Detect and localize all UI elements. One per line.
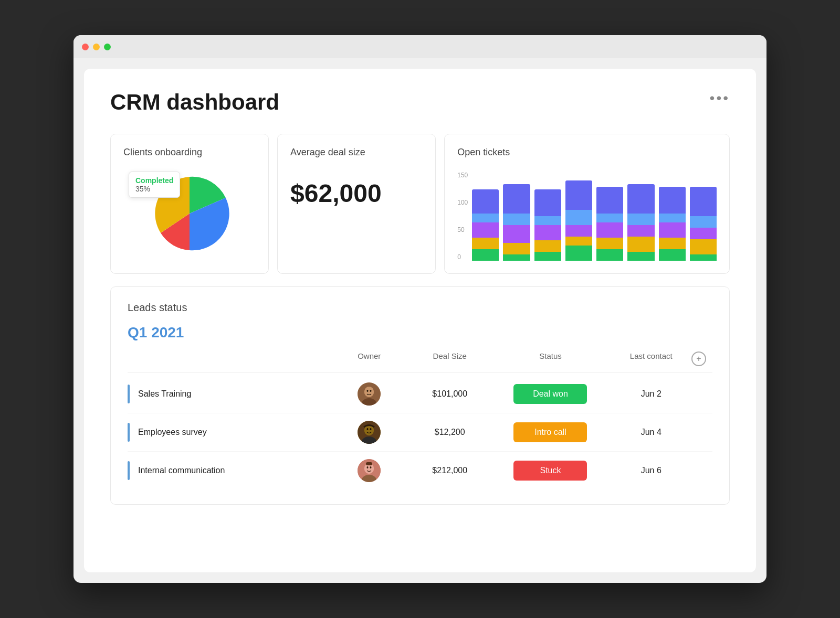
y-axis: 0 50 100 150: [457, 172, 468, 261]
avatar-2: [358, 421, 381, 444]
bar-chart-container: 0 50 100 150: [457, 166, 717, 261]
svg-point-11: [367, 428, 369, 430]
bar-group: [659, 172, 686, 261]
svg-point-5: [370, 390, 372, 392]
row-border: [128, 461, 130, 480]
open-tickets-card: Open tickets 0 50 100 150: [444, 134, 730, 274]
last-contact-3: Jun 6: [611, 466, 691, 475]
header-add: +: [691, 351, 712, 366]
more-options-button[interactable]: •••: [710, 90, 730, 106]
svg-point-12: [370, 428, 372, 430]
row-name-text-2: Employees survey: [138, 428, 207, 437]
row-name-1: Sales Training: [128, 385, 329, 403]
bar-group: [690, 172, 717, 261]
open-tickets-title: Open tickets: [457, 147, 717, 158]
status-badge-3: Stuck: [513, 461, 587, 481]
deal-size-1: $101,000: [410, 389, 490, 399]
quarter-label: Q1 2021: [128, 324, 712, 341]
deal-size-3: $212,000: [410, 466, 490, 475]
y-axis-label: 100: [457, 199, 468, 206]
header-owner: Owner: [329, 351, 410, 366]
traffic-lights: [82, 44, 111, 50]
bar-group: [534, 172, 561, 261]
status-cell-1: Deal won: [490, 384, 611, 404]
titlebar: [74, 35, 766, 58]
pie-tooltip: Completed 35%: [129, 172, 180, 198]
table-row: Sales Training: [128, 375, 712, 413]
pie-chart-container: Completed 35%: [123, 166, 256, 261]
row-border: [128, 423, 130, 442]
minimize-button[interactable]: [93, 44, 100, 50]
row-name-3: Internal communication: [128, 461, 329, 480]
clients-onboarding-title: Clients onboarding: [123, 147, 256, 158]
average-deal-size-card: Average deal size $62,000: [277, 134, 436, 274]
header-last-contact: Last contact: [611, 351, 691, 366]
deal-size-2: $12,200: [410, 428, 490, 437]
y-axis-label: 50: [457, 226, 468, 233]
y-axis-label: 0: [457, 253, 468, 261]
avatar-1: [358, 382, 381, 406]
page-title: CRM dashboard: [110, 90, 279, 115]
owner-cell-1: [329, 382, 410, 406]
add-column-button[interactable]: +: [691, 351, 706, 366]
page-header: CRM dashboard •••: [110, 90, 730, 115]
y-axis-label: 150: [457, 172, 468, 179]
last-contact-2: Jun 4: [611, 428, 691, 437]
owner-cell-3: [329, 459, 410, 482]
bar-group: [596, 172, 623, 261]
header-name: [128, 351, 329, 366]
last-contact-1: Jun 2: [611, 389, 691, 399]
leads-status-title: Leads status: [128, 302, 712, 314]
pie-tooltip-value: 35%: [135, 185, 173, 193]
status-badge-1: Deal won: [513, 384, 587, 404]
row-name-2: Employees survey: [128, 423, 329, 442]
row-border: [128, 385, 130, 403]
status-badge-2: Intro call: [513, 422, 587, 442]
header-deal-size: Deal Size: [410, 351, 490, 366]
average-deal-size-value: $62,000: [290, 179, 423, 208]
table-row: Employees survey: [128, 413, 712, 452]
row-name-text-3: Internal communication: [138, 466, 225, 475]
maximize-button[interactable]: [104, 44, 111, 50]
status-cell-2: Intro call: [490, 422, 611, 442]
top-cards-row: Clients onboarding Completed 35%: [110, 134, 730, 274]
bar-group: [503, 172, 530, 261]
svg-point-18: [370, 466, 372, 468]
table-header: Owner Deal Size Status Last contact +: [128, 351, 712, 373]
svg-point-3: [364, 387, 374, 397]
svg-rect-19: [366, 462, 372, 465]
app-window: CRM dashboard ••• Clients onboarding Com…: [74, 35, 766, 583]
clients-onboarding-card: Clients onboarding Completed 35%: [110, 134, 269, 274]
bar-group: [472, 172, 499, 261]
table-row: Internal communication: [128, 452, 712, 489]
main-content: CRM dashboard ••• Clients onboarding Com…: [84, 69, 756, 572]
bar-group: [627, 172, 654, 261]
status-cell-3: Stuck: [490, 461, 611, 481]
bar-groups: [472, 172, 717, 261]
row-name-text-1: Sales Training: [138, 389, 191, 399]
bar-group: [565, 172, 592, 261]
svg-point-4: [367, 390, 369, 392]
close-button[interactable]: [82, 44, 89, 50]
owner-cell-2: [329, 421, 410, 444]
svg-point-17: [367, 466, 369, 468]
avatar-3: [358, 459, 381, 482]
leads-status-section: Leads status Q1 2021 Owner Deal Size Sta…: [110, 286, 730, 505]
pie-tooltip-label: Completed: [135, 176, 173, 185]
header-status: Status: [490, 351, 611, 366]
average-deal-size-title: Average deal size: [290, 147, 423, 158]
